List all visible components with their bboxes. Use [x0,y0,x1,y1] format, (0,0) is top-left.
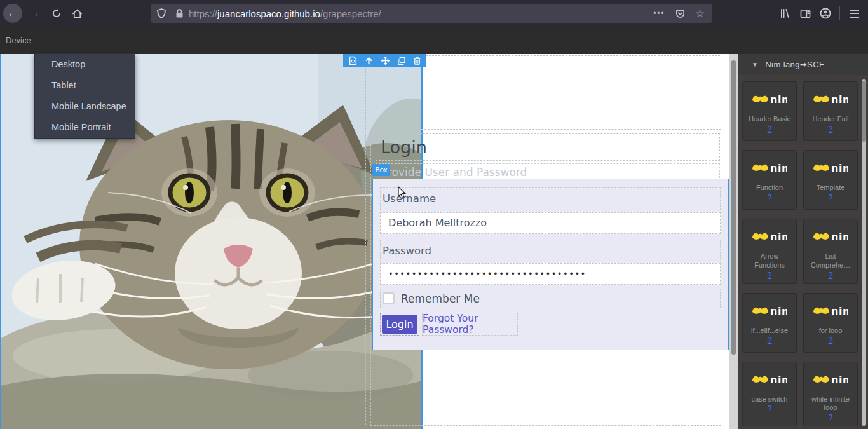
library-icon[interactable] [775,3,795,24]
nim-logo-icon: nim [813,373,848,386]
block-card[interactable]: nimHeader Full? [803,81,858,141]
pocket-icon[interactable] [675,9,685,18]
nim-logo-icon: nim [752,161,787,174]
blocks-scrollbar[interactable] [862,79,866,426]
nim-logo-icon: nim [752,230,787,243]
login-form-box[interactable]: Username Deborah Melltrozzo Password •••… [372,179,729,350]
block-card[interactable]: nimif...elif...else? [742,293,797,353]
svg-text:nim: nim [831,93,848,106]
nim-logo-icon: nim [752,230,787,243]
block-help-link[interactable]: ? [768,404,772,413]
remember-me-checkbox[interactable] [383,292,395,304]
page-actions-icon[interactable]: ••• [653,9,665,18]
nim-logo-icon: nim [813,373,848,386]
block-label: Arrow Functions [745,252,794,270]
nim-logo-icon: nim [813,161,848,174]
nim-logo-icon: nim [813,161,848,174]
svg-text:nim: nim [831,305,848,317]
chrome-divider [839,6,840,20]
login-button[interactable]: Login [382,315,417,334]
block-help-link[interactable]: ? [829,413,833,422]
svg-text:nim: nim [770,231,787,243]
block-help-link[interactable]: ? [768,336,772,344]
browser-toolbar: ← → https://juancarlospaco.github.io/gra… [0,0,868,27]
svg-text:nim: nim [770,305,787,317]
device-dropdown-menu: DesktopTabletMobile LandscapeMobile Port… [34,53,135,139]
block-help-link[interactable]: ? [768,125,772,133]
svg-text:nim: nim [831,374,848,386]
device-option[interactable]: Mobile Portrait [35,117,135,138]
reload-button[interactable] [47,4,66,23]
block-card[interactable]: nimList Comprehe…? [803,219,858,284]
nim-logo-icon: nim [813,230,848,243]
device-option[interactable]: Desktop [35,54,135,75]
canvas-scrollbar[interactable] [729,54,738,429]
block-help-link[interactable]: ? [829,271,833,280]
forgot-password-link[interactable]: Forgot Your Password? [423,313,517,336]
device-label: Device [6,36,31,45]
device-option[interactable]: Tablet [35,75,135,96]
cell-left-guide [365,55,366,425]
svg-text:nim: nim [831,231,848,243]
url-bar[interactable]: https://juancarlospaco.github.io/grapesp… [151,4,712,23]
nim-logo-icon: nim [813,230,848,243]
block-help-link[interactable]: ? [768,193,772,202]
block-help-link[interactable]: ? [768,271,772,280]
shield-icon[interactable] [157,8,166,18]
block-label: for loop [819,327,843,336]
block-card[interactable]: nimcase switch? [742,362,797,427]
home-button[interactable] [67,4,86,23]
copy-icon[interactable] [397,57,406,65]
bookmark-star-icon[interactable]: ☆ [695,7,705,20]
block-label: Template [817,184,845,193]
box-component-badge: Box [372,164,390,176]
caret-down-icon: ▼ [752,61,758,68]
block-card[interactable]: nimArrow Functions? [742,219,797,284]
login-heading-block[interactable]: Login [376,133,720,161]
mouse-cursor [398,186,408,200]
block-label: Header Basic [749,115,790,124]
block-label: case switch [752,395,788,404]
block-label: List Comprehe… [806,252,855,270]
block-card[interactable]: nimHeader Basic? [742,81,797,141]
password-label: Password [380,240,721,262]
block-card[interactable]: nimwhile infinite loop? [803,362,858,427]
component-toolbar [343,54,426,67]
block-help-link[interactable]: ? [829,193,833,202]
block-card[interactable]: nimfor loop? [803,293,858,353]
remember-me-row: Remember Me [380,289,721,308]
code-file-icon[interactable] [349,56,357,65]
delete-trash-icon[interactable] [413,56,421,65]
nim-logo-icon: nim [813,304,848,317]
sidebars-icon[interactable] [795,3,815,24]
login-subtitle: Provide User and Password [376,166,527,179]
username-input[interactable]: Deborah Melltrozzo [380,212,721,234]
block-label: Header Full [813,115,849,124]
block-card[interactable]: nimFunction? [742,150,797,210]
block-card[interactable]: nimTemplate? [803,150,858,210]
page-title: Login [376,137,427,157]
forgot-password-outline: Forgot Your Password? [422,313,518,336]
blocks-panel: ▼ Nim lang➡SCF nimHeader Basic?nimHeader… [738,54,868,429]
forward-button[interactable]: → [25,4,44,23]
blocks-scrollbar-thumb[interactable] [862,81,866,142]
back-button[interactable]: ← [3,4,22,23]
nim-logo-icon: nim [752,161,787,174]
lock-icon[interactable] [175,9,184,18]
device-option[interactable]: Mobile Landscape [35,96,135,117]
block-label: Function [756,184,783,193]
canvas-scrollbar-thumb[interactable] [731,60,736,355]
move-icon[interactable] [381,56,390,65]
block-help-link[interactable]: ? [829,125,833,133]
username-label: Username [380,187,721,210]
menu-icon[interactable] [844,3,864,24]
select-parent-icon[interactable] [364,56,374,65]
nim-logo-icon: nim [752,304,787,317]
password-input[interactable]: •••••••••••••••••••••••••••••••••• [380,263,721,285]
blocks-grid: nimHeader Basic?nimHeader Full?nimFuncti… [742,81,857,426]
blocks-category-header[interactable]: ▼ Nim lang➡SCF [738,54,868,75]
login-button-outline: Login [380,313,419,336]
account-icon[interactable] [815,3,836,24]
block-help-link[interactable]: ? [829,336,833,344]
block-label: if...elif...else [751,327,788,336]
